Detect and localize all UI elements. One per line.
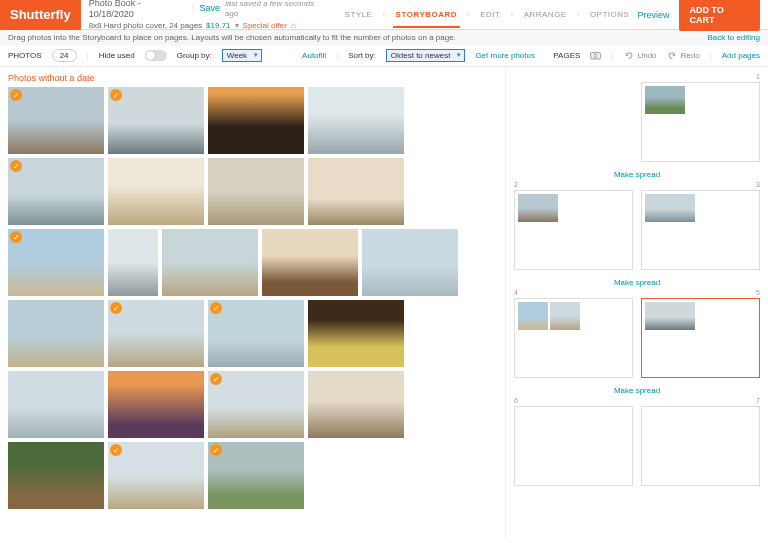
group-by-select[interactable]: Week	[222, 49, 262, 62]
hide-used-label: Hide used	[99, 51, 135, 60]
placed-photo[interactable]	[550, 302, 580, 330]
page-number: 6	[514, 397, 633, 404]
page-2[interactable]	[514, 190, 633, 270]
photo-thumb[interactable]: ✓	[208, 371, 304, 438]
placed-photo[interactable]	[645, 302, 695, 330]
tab-options[interactable]: OPTIONS	[582, 10, 638, 19]
photo-grid: ✓✓✓✓✓✓✓✓✓	[8, 87, 497, 509]
photo-thumb[interactable]	[108, 371, 204, 438]
photo-thumb[interactable]	[162, 229, 258, 296]
photo-thumb[interactable]	[8, 371, 104, 438]
get-more-photos-link[interactable]: Get more photos	[475, 51, 535, 60]
tab-edit[interactable]: EDIT	[472, 10, 508, 19]
page-number: 7	[641, 397, 760, 404]
photo-thumb[interactable]	[108, 229, 158, 296]
pages-panel: . 1 Make spread 2 3 Make spread 4	[505, 67, 768, 538]
check-icon: ✓	[210, 444, 222, 456]
project-title: Photo Book - 10/18/2020	[89, 0, 187, 21]
photo-thumb[interactable]: ✓	[208, 442, 304, 509]
check-icon: ✓	[210, 302, 222, 314]
page-7[interactable]	[641, 406, 760, 486]
check-icon: ✓	[110, 89, 122, 101]
photo-thumb[interactable]: ✓	[8, 87, 104, 154]
photo-thumb[interactable]	[308, 158, 404, 225]
page-4[interactable]	[514, 298, 633, 378]
page-number: 5	[641, 289, 760, 296]
photos-label: PHOTOS	[8, 51, 42, 60]
save-status: last saved a few seconds ago	[225, 0, 329, 20]
redo-button[interactable]: Redo	[667, 50, 700, 61]
autofill-link[interactable]: Autofill	[302, 51, 326, 60]
sort-by-select[interactable]: Oldest to newest	[386, 49, 466, 62]
back-link[interactable]: Back to editing	[708, 33, 760, 42]
make-spread-link[interactable]: Make spread	[514, 276, 760, 289]
make-spread-link[interactable]: Make spread	[514, 168, 760, 181]
photo-thumb[interactable]: ✓	[108, 442, 204, 509]
page-number: 4	[514, 289, 633, 296]
section-header: Photos without a date	[8, 71, 497, 87]
check-icon: ✓	[210, 373, 222, 385]
add-pages-link[interactable]: Add pages	[722, 51, 760, 60]
tab-style[interactable]: STYLE	[337, 10, 381, 19]
make-spread-link[interactable]: Make spread	[514, 384, 760, 397]
project-info: Photo Book - 10/18/2020 | Save last save…	[81, 0, 337, 33]
undo-button[interactable]: Undo	[623, 50, 656, 61]
check-icon: ✓	[10, 160, 22, 172]
page-number: 1	[641, 73, 760, 80]
hint-text: Drag photos into the Storyboard to place…	[8, 33, 456, 42]
photo-thumb[interactable]: ✓	[8, 229, 104, 296]
photo-thumb[interactable]	[108, 158, 204, 225]
sort-by-label: Sort by:	[348, 51, 376, 60]
check-icon: ✓	[10, 231, 22, 243]
add-to-cart-button[interactable]: ADD TO CART	[679, 0, 760, 31]
photo-thumb[interactable]: ✓	[8, 158, 104, 225]
tag-icon: ⌂	[291, 21, 296, 31]
photo-thumb[interactable]: ✓	[208, 300, 304, 367]
nav-tabs: STYLE› STORYBOARD› EDIT› ARRANGE› OPTION…	[337, 10, 638, 19]
hide-used-toggle[interactable]	[145, 50, 167, 61]
logo[interactable]: Shutterfly	[0, 0, 81, 30]
page-number: 2	[514, 181, 633, 188]
placed-photo[interactable]	[518, 302, 548, 330]
photo-thumb[interactable]: ✓	[108, 87, 204, 154]
photo-thumb[interactable]	[8, 442, 104, 509]
photo-thumb[interactable]	[362, 229, 458, 296]
photo-thumb[interactable]	[308, 87, 404, 154]
tab-arrange[interactable]: ARRANGE	[516, 10, 575, 19]
svg-point-1	[594, 54, 597, 57]
photo-thumb[interactable]	[208, 158, 304, 225]
tab-storyboard[interactable]: STORYBOARD	[388, 10, 465, 19]
page-6[interactable]	[514, 406, 633, 486]
project-desc: 8x8 Hard photo cover, 24 pages	[89, 21, 202, 31]
photo-thumb[interactable]	[208, 87, 304, 154]
check-icon: ✓	[110, 444, 122, 456]
check-icon: ✓	[10, 89, 22, 101]
svg-rect-0	[591, 53, 601, 59]
placed-photo[interactable]	[518, 194, 558, 222]
photo-thumb[interactable]	[8, 300, 104, 367]
photos-count: 24	[52, 49, 77, 62]
special-offer[interactable]: Special offer	[243, 21, 287, 31]
placed-photo[interactable]	[645, 86, 685, 114]
pages-label: PAGES	[553, 51, 580, 60]
save-link[interactable]: Save	[199, 3, 220, 15]
preview-link[interactable]: Preview	[637, 10, 669, 20]
price: $19.71	[206, 21, 230, 31]
page-number: 3	[641, 181, 760, 188]
camera-icon[interactable]	[590, 50, 601, 61]
placed-photo[interactable]	[645, 194, 695, 222]
page-5[interactable]	[641, 298, 760, 378]
photo-thumb[interactable]	[308, 371, 404, 438]
group-by-label: Group by:	[177, 51, 212, 60]
page-1[interactable]	[641, 82, 760, 162]
check-icon: ✓	[110, 302, 122, 314]
photo-thumb[interactable]	[262, 229, 358, 296]
photo-thumb[interactable]: ✓	[108, 300, 204, 367]
page-3[interactable]	[641, 190, 760, 270]
photo-thumb[interactable]	[308, 300, 404, 367]
